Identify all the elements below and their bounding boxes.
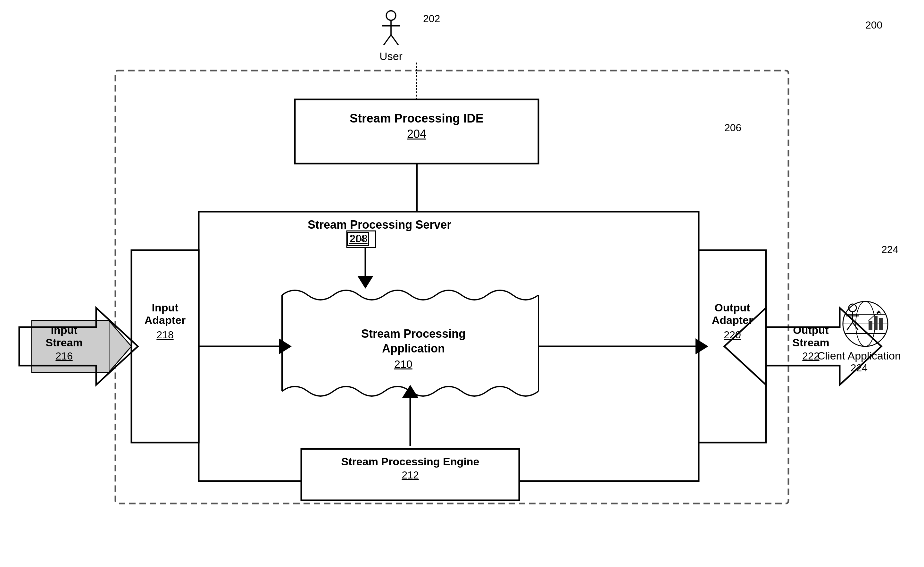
small-down-arrow	[357, 276, 374, 289]
diagram-container: User 202 200 206 Stream Processing IDE 2…	[0, 0, 924, 567]
ref-200: 200	[866, 19, 882, 31]
ref-224-label: 224	[881, 244, 898, 256]
output-adapter-text: Output Adapter 220	[699, 301, 766, 341]
diagram-svg	[0, 0, 924, 567]
app-title-line1: Stream Processing	[336, 327, 490, 341]
svg-marker-28	[877, 310, 881, 314]
app-title-line2: Application	[336, 342, 490, 355]
client-app-label: Client Application	[817, 350, 901, 362]
output-adapter-line1: Output	[699, 301, 766, 314]
input-adapter-ref: 218	[131, 329, 199, 341]
app-wavy-bottom	[282, 387, 538, 396]
input-stream-line1: Input	[26, 324, 102, 337]
user-figure: User	[378, 10, 404, 63]
ide-ref: 204	[295, 127, 538, 141]
ref-206: 206	[724, 122, 741, 134]
ide-title: Stream Processing IDE	[295, 111, 538, 125]
svg-line-24	[852, 322, 858, 330]
output-adapter-box	[699, 250, 766, 442]
svg-rect-27	[879, 318, 883, 330]
input-adapter-box	[131, 250, 199, 442]
engine-title: Stream Processing Engine	[301, 456, 519, 468]
ide-box-text: Stream Processing IDE 204	[295, 111, 538, 141]
svg-point-10	[386, 11, 396, 21]
svg-line-23	[847, 322, 852, 330]
client-app-icon	[827, 289, 891, 350]
svg-line-13	[384, 35, 391, 45]
input-stream-ref: 216	[26, 350, 102, 362]
user-label: User	[380, 50, 402, 63]
svg-rect-25	[868, 321, 872, 330]
input-adapter-line1: Input	[131, 301, 199, 314]
output-adapter-line2: Adapter	[699, 314, 766, 326]
server-title: Stream Processing Server	[308, 218, 451, 232]
engine-ref: 212	[301, 469, 519, 481]
output-adapter-ref: 220	[699, 329, 766, 341]
input-adapter-line2: Adapter	[131, 314, 199, 326]
input-stream-text: Input Stream 216	[26, 324, 102, 362]
input-stream-line2: Stream	[26, 337, 102, 349]
svg-rect-26	[874, 316, 878, 330]
engine-to-app-arrow	[402, 385, 418, 398]
engine-text: Stream Processing Engine 212	[301, 456, 519, 481]
input-adapter-text: Input Adapter 218	[131, 301, 199, 341]
app-wavy-top	[282, 290, 538, 300]
server-ref: 208	[350, 232, 368, 245]
user-icon	[378, 10, 404, 48]
svg-line-14	[391, 35, 398, 45]
client-application: Client Application 224	[817, 289, 901, 374]
svg-marker-7	[109, 321, 131, 372]
client-app-ref: 224	[850, 362, 868, 374]
app-ref: 210	[394, 358, 412, 370]
ref-202: 202	[423, 13, 440, 25]
input-adapter-to-server-arrow	[279, 338, 292, 354]
